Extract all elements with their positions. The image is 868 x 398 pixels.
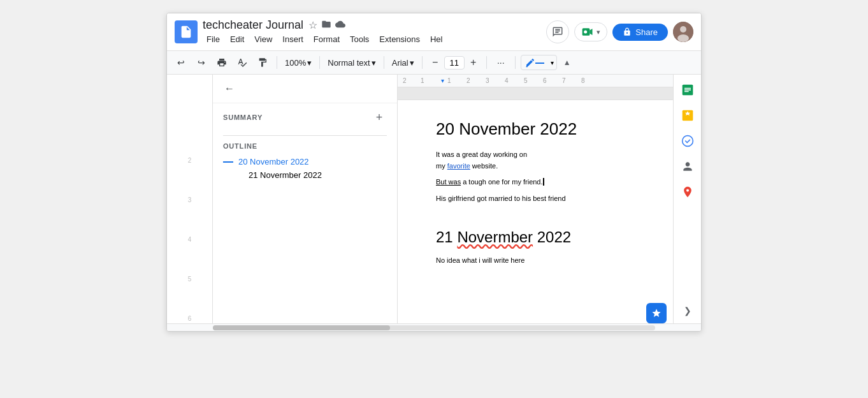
bottom-scroll-track bbox=[213, 325, 655, 330]
para1-line1: It was a great day working on bbox=[436, 151, 527, 158]
menu-extensions[interactable]: Extensions bbox=[375, 33, 424, 45]
summary-title: SUMMARY bbox=[223, 114, 263, 121]
text-cursor bbox=[543, 178, 544, 186]
pen-button-group: ▾ bbox=[521, 55, 557, 70]
outline-item-text-2: 21 Novermber 2022 bbox=[249, 170, 322, 180]
doc-scroll-area[interactable]: 20 November 2022 It was a great day work… bbox=[398, 87, 673, 323]
outline-title: OUTLINE bbox=[223, 142, 387, 150]
spellcheck-button[interactable] bbox=[233, 54, 251, 71]
doc-para-4: No idea what i will write here bbox=[436, 255, 635, 267]
cloud-icon[interactable] bbox=[335, 19, 345, 32]
vertical-ruler: 2 3 4 5 6 7 bbox=[167, 75, 213, 323]
more-options-button[interactable]: ··· bbox=[492, 54, 510, 71]
contacts-icon-button[interactable] bbox=[677, 156, 698, 177]
menu-format[interactable]: Format bbox=[310, 33, 344, 45]
print-button[interactable] bbox=[213, 54, 231, 71]
ruler-number-list: 2 3 4 5 6 7 bbox=[167, 75, 212, 332]
app-window: techcheater Journal ☆ File Edit View Ins… bbox=[166, 13, 702, 332]
separator-3 bbox=[384, 56, 384, 69]
sidebar-back-button[interactable]: ← bbox=[221, 80, 238, 98]
keep-icon-button[interactable] bbox=[677, 105, 698, 126]
menu-insert[interactable]: Insert bbox=[278, 33, 307, 45]
menu-tools[interactable]: Tools bbox=[346, 33, 373, 45]
sheets-icon-button[interactable] bbox=[677, 80, 698, 100]
doc-title-area: techcheater Journal ☆ File Edit View Ins… bbox=[203, 18, 541, 45]
separator-2 bbox=[319, 56, 320, 69]
undo-button[interactable]: ↩ bbox=[172, 54, 190, 71]
section-break bbox=[436, 209, 635, 228]
maps-icon-button[interactable] bbox=[677, 182, 698, 202]
expand-panel-button[interactable]: ❯ bbox=[680, 303, 695, 318]
meet-dropdown-arrow: ▾ bbox=[597, 28, 600, 36]
ruler-mark-1: 1 bbox=[447, 77, 451, 84]
svg-rect-5 bbox=[526, 66, 528, 67]
separator-6 bbox=[515, 56, 516, 69]
font-size-decrease[interactable]: − bbox=[428, 55, 443, 70]
para1-line2-post: website. bbox=[470, 162, 498, 170]
svg-point-3 bbox=[680, 26, 686, 33]
tasks-icon-button[interactable] bbox=[677, 131, 698, 151]
meet-button[interactable]: ▾ bbox=[574, 22, 607, 41]
main-area: 2 3 4 5 6 7 ← SUMMARY + OUTLINE bbox=[167, 75, 701, 323]
font-dropdown[interactable]: Arial ▾ bbox=[389, 57, 417, 69]
ruler-mark-neg2: 2 bbox=[403, 77, 407, 84]
doc-title-icons: ☆ bbox=[308, 19, 345, 32]
pen-dropdown-button[interactable]: ▾ bbox=[548, 57, 556, 68]
svg-rect-1 bbox=[584, 31, 587, 34]
summary-add-button[interactable]: + bbox=[372, 110, 387, 125]
user-avatar[interactable] bbox=[673, 22, 693, 42]
style-value: Normal text bbox=[328, 58, 370, 68]
zoom-dropdown[interactable]: 100% ▾ bbox=[282, 57, 314, 69]
para2-post: a tough one for my friend. bbox=[461, 178, 542, 186]
zoom-chevron: ▾ bbox=[307, 58, 312, 68]
bottom-scroll-thumb bbox=[213, 325, 390, 330]
outline-item-1[interactable]: 20 November 2022 bbox=[223, 155, 387, 168]
paint-format-button[interactable] bbox=[254, 54, 271, 71]
para1-line2-pre: my bbox=[436, 162, 447, 170]
star-icon[interactable]: ☆ bbox=[308, 19, 317, 31]
menu-help[interactable]: Hel bbox=[426, 33, 447, 45]
outline-dash-active bbox=[223, 161, 233, 163]
chat-button[interactable] bbox=[546, 20, 569, 43]
summary-section: SUMMARY + bbox=[213, 103, 397, 135]
doc-heading-2: 21 Novermber 2022 bbox=[436, 228, 635, 246]
ai-assist-button[interactable] bbox=[646, 303, 667, 323]
redo-button[interactable]: ↪ bbox=[192, 54, 210, 71]
font-size-input[interactable] bbox=[444, 56, 465, 70]
svg-point-8 bbox=[682, 136, 693, 147]
pen-button[interactable] bbox=[521, 55, 548, 70]
menu-file[interactable]: File bbox=[203, 33, 224, 45]
separator-1 bbox=[277, 56, 277, 69]
ruler-mark-6: 6 bbox=[543, 77, 547, 84]
svg-point-4 bbox=[677, 34, 689, 42]
outline-item-2[interactable]: 21 Novermber 2022 bbox=[223, 168, 387, 182]
doc-title-text[interactable]: techcheater Journal bbox=[203, 18, 303, 32]
ruler-mark-3: 3 bbox=[486, 77, 489, 84]
outline-item-text-1: 20 November 2022 bbox=[238, 157, 309, 166]
font-chevron: ▾ bbox=[410, 58, 414, 68]
menu-edit[interactable]: Edit bbox=[226, 33, 248, 45]
bottom-scrollbar[interactable] bbox=[167, 323, 701, 331]
style-dropdown[interactable]: Normal text ▾ bbox=[325, 57, 378, 69]
font-size-increase[interactable]: + bbox=[466, 55, 481, 70]
ruler-mark-7: 7 bbox=[562, 77, 566, 84]
ruler-num-2: 2 bbox=[188, 158, 192, 197]
zoom-value: 100% bbox=[285, 58, 306, 68]
collapse-toolbar-button[interactable]: ▲ bbox=[560, 56, 575, 69]
share-button[interactable]: Share bbox=[612, 24, 668, 41]
summary-header: SUMMARY + bbox=[223, 110, 387, 125]
style-chevron: ▾ bbox=[372, 58, 376, 68]
para2-underline: But was bbox=[436, 178, 461, 186]
heading2-underline: Novermber bbox=[457, 228, 533, 246]
ruler-mark-2: 2 bbox=[467, 77, 470, 84]
folder-icon[interactable] bbox=[321, 19, 331, 32]
horizontal-ruler: 2 1 ▾ 1 2 3 4 5 6 7 8 bbox=[398, 75, 673, 87]
doc-heading-1[interactable]: 20 November 2022 bbox=[436, 119, 635, 139]
para1-link[interactable]: favorite bbox=[447, 162, 470, 170]
heading2-post: 2022 bbox=[533, 228, 571, 246]
top-bar: techcheater Journal ☆ File Edit View Ins… bbox=[167, 13, 701, 51]
doc-page: 20 November 2022 It was a great day work… bbox=[398, 100, 673, 323]
doc-para-3: His girlfriend got married to his best f… bbox=[436, 193, 635, 205]
menu-view[interactable]: View bbox=[250, 33, 276, 45]
menu-bar: File Edit View Insert Format Tools Exten… bbox=[203, 33, 541, 45]
